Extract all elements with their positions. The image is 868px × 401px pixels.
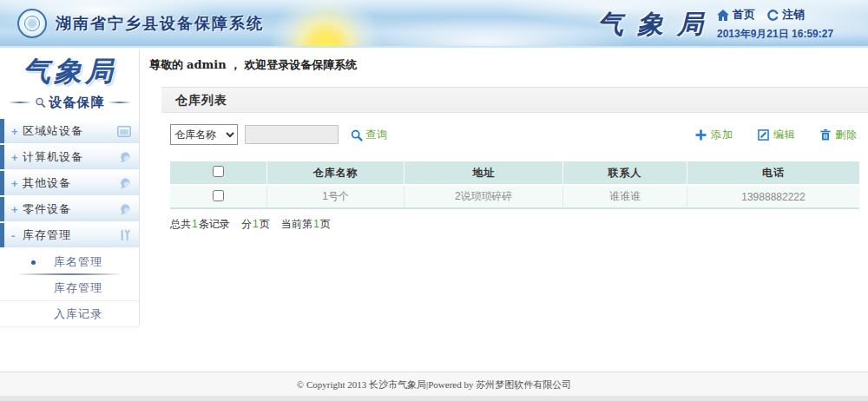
edit-icon (758, 129, 769, 141)
search-button[interactable]: 查询 (351, 128, 388, 142)
chat-icon (118, 152, 131, 163)
submenu-item-label: 库存管理 (54, 281, 102, 294)
column-header-address: 地址 (404, 161, 563, 185)
divider (9, 102, 31, 103)
action-buttons: 添加 编辑 删除 (695, 128, 858, 142)
sidebar-brand-subtitle: 设备保障 (0, 93, 139, 112)
banner-right: 首页 注销 2013年9月21日 16:59:27 (717, 7, 856, 42)
monitor-icon (117, 126, 131, 137)
pagination-info: 总共1条记录 分1页 当前第1页 (170, 217, 868, 232)
trash-icon (820, 129, 831, 141)
expand-indicator: + (11, 125, 23, 138)
sidebar-item-label: 库存管理 (23, 227, 71, 243)
warehouse-list-panel: 仓库列表 仓库名称 查询 添加 编辑 (161, 87, 868, 232)
select-all-checkbox[interactable] (213, 166, 224, 177)
tools-icon (119, 229, 131, 241)
table-row: 1号个 2说琐琐碎碎 谁谁谁 13988882222 (170, 185, 859, 208)
sidebar-item-label: 零件设备 (23, 201, 71, 217)
sidebar-item-other-equipment[interactable]: + 其他设备 (0, 171, 139, 195)
search-icon (351, 129, 363, 141)
logout-icon (767, 10, 779, 21)
current-page: 1 (312, 218, 320, 230)
sidebar-submenu: 库名管理 库存管理 入库记录 (0, 249, 139, 327)
table-header-row: 仓库名称 地址 联系人 电话 (170, 161, 859, 185)
sidebar-item-label: 其他设备 (23, 175, 71, 191)
toolbar: 仓库名称 查询 添加 编辑 (161, 113, 868, 161)
add-button[interactable]: 添加 (695, 128, 733, 142)
cell-phone: 13988882222 (687, 185, 859, 208)
column-header-name: 仓库名称 (266, 161, 404, 185)
welcome-prefix: 尊敬的 (149, 58, 183, 71)
sidebar: 气象局 设备保障 + 区域站设备 + 计算机设备 + 其他设备 (0, 49, 140, 325)
sidebar-brand-subtitle-label: 设备保障 (49, 95, 105, 111)
pagination-total: 总共1条记录 (170, 218, 230, 230)
welcome-message: 尊敬的admin， 欢迎登录设备保障系统 (149, 57, 357, 73)
sidebar-item-computer-equipment[interactable]: + 计算机设备 (0, 145, 139, 169)
panel-title: 仓库列表 (161, 87, 868, 113)
chat-icon (118, 178, 131, 189)
expand-indicator: + (11, 151, 23, 164)
chat-icon (118, 204, 131, 215)
cell-address: 2说琐琐碎碎 (404, 185, 563, 208)
sidebar-item-inventory-management[interactable]: - 库存管理 (0, 223, 139, 247)
expand-indicator: + (11, 177, 23, 190)
column-header-contact: 联系人 (563, 161, 687, 185)
search-input[interactable] (245, 125, 339, 144)
sidebar-item-label: 区域站设备 (23, 123, 83, 139)
select-all-cell (170, 161, 266, 185)
pagination-pages: 分1页 (241, 218, 270, 230)
sidebar-menu: + 区域站设备 + 计算机设备 + 其他设备 + 零件设备 (0, 119, 139, 247)
welcome-suffix: ， 欢迎登录设备保障系统 (230, 58, 358, 71)
divider (108, 102, 131, 103)
warehouse-table: 仓库名称 地址 联系人 电话 1号个 2说琐琐碎碎 谁谁谁 1398888222… (170, 161, 859, 209)
expand-indicator: + (11, 203, 23, 216)
bureau-title: 气象局 (597, 7, 717, 43)
pagination-current: 当前第1页 (281, 218, 331, 230)
total-count: 1 (191, 218, 199, 230)
submenu-item-inbound-records[interactable]: 入库记录 (0, 301, 139, 327)
home-link-label: 首页 (733, 7, 755, 23)
delete-button[interactable]: 删除 (820, 128, 858, 142)
logout-link-label: 注销 (782, 7, 805, 23)
top-banner: 湖南省宁乡县设备保障系统 气象局 首页 注销 2013年9月21日 16:59:… (0, 0, 868, 48)
magnifier-icon (35, 97, 46, 108)
bureau-logo-inner (24, 16, 40, 31)
sidebar-item-label: 计算机设备 (23, 149, 83, 165)
submenu-item-label: 入库记录 (54, 307, 102, 320)
home-icon (717, 10, 729, 21)
column-header-phone: 电话 (687, 161, 859, 185)
footer-strip (0, 396, 868, 401)
row-select-cell (170, 185, 266, 208)
plus-icon (695, 129, 707, 141)
footer-copyright: © Copyright 2013 长沙市气象局|Powered by 苏州梦图软… (0, 371, 868, 396)
cell-contact: 谁谁谁 (563, 185, 687, 208)
submenu-item-inventory-management[interactable]: 库存管理 (0, 275, 139, 301)
sidebar-brand-title: 气象局 (0, 53, 139, 91)
pages-count: 1 (252, 218, 260, 230)
bureau-logo (17, 9, 47, 38)
add-button-label: 添加 (711, 128, 733, 142)
collapse-indicator: - (11, 229, 23, 242)
sidebar-item-region-station-equipment[interactable]: + 区域站设备 (0, 119, 139, 143)
logout-link[interactable]: 注销 (767, 7, 805, 23)
filter-field-select[interactable]: 仓库名称 (170, 124, 238, 145)
edit-button[interactable]: 编辑 (758, 128, 796, 142)
home-link[interactable]: 首页 (717, 7, 755, 23)
submenu-item-warehouse-name-management[interactable]: 库名管理 (0, 249, 139, 275)
sidebar-item-parts-equipment[interactable]: + 零件设备 (0, 197, 139, 221)
submenu-item-label: 库名管理 (54, 255, 102, 268)
edit-button-label: 编辑 (773, 128, 796, 142)
username: admin (187, 58, 227, 71)
cell-warehouse-name: 1号个 (266, 185, 404, 208)
datetime-display: 2013年9月21日 16:59:27 (717, 27, 856, 42)
delete-button-label: 删除 (835, 128, 858, 142)
row-checkbox[interactable] (213, 190, 224, 201)
active-bullet-icon (31, 260, 36, 265)
system-title: 湖南省宁乡县设备保障系统 (56, 13, 264, 34)
search-button-label: 查询 (365, 128, 388, 142)
